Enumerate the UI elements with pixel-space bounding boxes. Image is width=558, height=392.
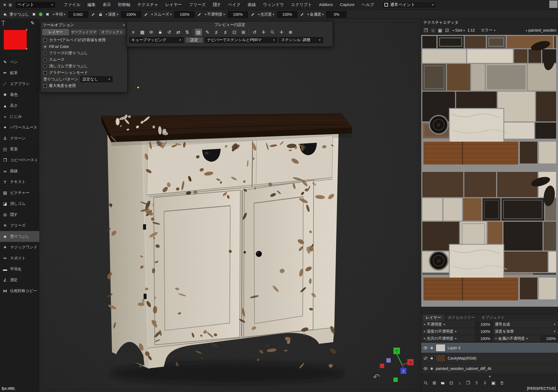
texture-name-dropdown[interactable]: ▼ painted_wooden: [525, 28, 556, 32]
param-spinner-金属度[interactable]: ◀金属度▶: [307, 12, 324, 17]
tool-鉛筆[interactable]: ✏鉛筆: [0, 68, 39, 78]
stencil-paint-icon[interactable]: ▨: [195, 29, 202, 36]
radio-icon[interactable]: [43, 45, 47, 48]
tool-平坦化[interactable]: ▬平坦化: [0, 264, 39, 275]
menu-item-レイヤー[interactable]: レイヤー: [162, 1, 186, 9]
menu-item-フリーズ[interactable]: フリーズ: [186, 1, 209, 9]
menu-item-テクスチャ[interactable]: テクスチャ: [134, 1, 162, 9]
save-box-icon[interactable]: ⊡: [231, 29, 238, 36]
duplicate-layer-icon[interactable]: ❐: [465, 380, 471, 386]
clear-button[interactable]: ✖: [45, 12, 50, 17]
option-カラー(アルベド)の許容値を使用[interactable]: カラー(アルベド)の許容値を使用: [41, 37, 127, 43]
opacity-value[interactable]: 100%: [475, 321, 493, 328]
close-icon[interactable]: ×: [123, 23, 125, 27]
swap-vertical-icon[interactable]: ⇅: [184, 29, 191, 36]
layer-row[interactable]: Layer 4: [421, 343, 558, 353]
move-view-icon[interactable]: ✛: [278, 29, 285, 36]
tool-にじみ[interactable]: ≈にじみ: [0, 111, 39, 122]
menu-item-表示[interactable]: 表示: [99, 1, 114, 9]
option-グラデーションモード[interactable]: グラデーションモード: [41, 69, 127, 76]
tool-マジックワンド[interactable]: ✶マジックワンド: [0, 242, 39, 253]
stencil-weave2-icon[interactable]: ♯: [222, 29, 229, 36]
param-value-深度[interactable]: 100%: [121, 11, 141, 18]
option-Fill w/ Color[interactable]: Fill w/ Color: [41, 43, 127, 50]
nodes-icon[interactable]: ⊡: [448, 380, 454, 386]
blend-mode-dropdown[interactable]: 通常合成▼: [493, 321, 558, 328]
new-layer-icon[interactable]: ⊞: [431, 380, 437, 386]
tool-着色[interactable]: ❖着色: [0, 89, 39, 100]
menu-item-編集[interactable]: 編集: [84, 1, 99, 9]
layer-name[interactable]: Layer 4: [448, 346, 460, 350]
import-layer-icon[interactable]: ↓: [457, 380, 463, 386]
param-spinner-深度[interactable]: ◀深度▶: [105, 12, 119, 17]
checkbox-icon[interactable]: [43, 38, 47, 42]
tool-測定[interactable]: ∠測定: [0, 275, 39, 285]
menu-item-ウィンドウ[interactable]: ウィンドウ: [259, 1, 287, 9]
tool-変形[interactable]: ◳変形: [0, 144, 39, 155]
param-spinner-光沢度[interactable]: ◀光沢度▶: [258, 12, 275, 17]
layers-tab-オブジェクト[interactable]: オブジェクト: [479, 314, 508, 321]
checker-icon[interactable]: ☑: [444, 27, 450, 33]
tool-パワースムース[interactable]: ✦パワースムース: [0, 122, 39, 133]
tool-エアブラシ[interactable]: ☄エアブラシ: [0, 78, 39, 89]
tab-レイヤー[interactable]: レイヤー: [42, 29, 69, 36]
menu-item-隠す[interactable]: 隠す: [209, 1, 225, 9]
lock-icon[interactable]: [98, 12, 103, 17]
stencil-weave-icon[interactable]: ♯: [213, 29, 220, 36]
layers-tab-レイヤー[interactable]: レイヤー: [423, 314, 444, 321]
layer-expand-caret[interactable]: ▼: [421, 375, 558, 378]
menu-item-曲線[interactable]: 曲線: [244, 1, 259, 9]
pencil-icon[interactable]: [91, 12, 96, 17]
active-color-dot[interactable]: [39, 13, 43, 16]
rotate-icon[interactable]: ↺: [166, 29, 173, 36]
delete-layer-icon[interactable]: [499, 380, 505, 386]
merge-layer-icon[interactable]: ▣: [490, 380, 496, 386]
size-spinner[interactable]: ◀Size▶: [452, 28, 465, 32]
eye-off-icon[interactable]: [423, 356, 428, 360]
load-box-icon[interactable]: ⊞: [240, 29, 247, 36]
layer-folder-icon[interactable]: [440, 380, 446, 386]
layer-thumbnail[interactable]: [436, 354, 445, 362]
metal-opacity-value[interactable]: 100%: [541, 335, 558, 342]
uv-grid-icon[interactable]: ▦: [437, 27, 443, 33]
param-value-半径[interactable]: 0.042: [68, 11, 88, 18]
layer-row[interactable]: painted_wooden_cabinet_diff_4k: [421, 363, 558, 374]
eye-icon[interactable]: [423, 366, 428, 371]
tab-サーフェイスマテ[interactable]: サーフェイスマテ: [70, 29, 98, 36]
axis-gizmo[interactable]: Y X Z: [377, 342, 421, 388]
tool-消しゴム[interactable]: ◪消しゴム: [0, 198, 39, 209]
zoom-layers-icon[interactable]: [423, 380, 429, 386]
lock-icon[interactable]: [430, 367, 433, 370]
eye-icon[interactable]: [423, 346, 428, 350]
option-消しゴムで塗りつぶし[interactable]: 消しゴムで塗りつぶし: [41, 63, 127, 69]
tool-フリーズ[interactable]: ✳フリーズ: [0, 220, 39, 231]
axis-neg-handle[interactable]: [380, 364, 384, 368]
layers-tab-ボクセルツリー[interactable]: ボクセルツリー: [445, 314, 478, 321]
tool-クローン[interactable]: ⚓クローン: [0, 133, 39, 144]
pencil-icon[interactable]: [197, 12, 202, 17]
tool-位相対称コピー[interactable]: ⋈位相対称コピー: [0, 285, 39, 296]
option-最大角度を使用[interactable]: 最大角度を使用: [41, 83, 127, 89]
axis-neg-handle[interactable]: [393, 378, 398, 382]
pan-move-icon[interactable]: ✛: [260, 29, 267, 36]
layer-name[interactable]: painted_wooden_cabinet_diff_4k: [436, 366, 491, 371]
mapping-dropdown[interactable]: キューブマッピング ▼: [129, 37, 184, 43]
settings-button[interactable]: 設定: [185, 37, 203, 43]
tool-テキスト[interactable]: Tテキスト: [0, 177, 39, 187]
paint-mode-dropdown[interactable]: ペイント ▼: [15, 1, 56, 8]
tool-スポイト[interactable]: ✑スポイト: [0, 253, 39, 264]
close-circle-icon[interactable]: ⊗: [287, 29, 294, 36]
param-spinner-不透明度[interactable]: ◀不透明度▶: [204, 12, 225, 17]
close-icon[interactable]: ✕: [2, 2, 7, 7]
option-フリーズの塗りつぶし[interactable]: フリーズの塗りつぶし: [41, 50, 127, 56]
pencil-icon[interactable]: [144, 12, 148, 17]
menu-item-Addons[interactable]: Addons: [316, 1, 336, 9]
checkbox-icon[interactable]: [43, 84, 47, 88]
depth-opacity-spinner[interactable]: ◀深度の不透明度▶: [421, 328, 475, 335]
tab-オブジェクト[interactable]: オブジェクト: [98, 29, 126, 36]
axis-neg-handle[interactable]: [386, 358, 391, 363]
lock-icon[interactable]: [157, 29, 164, 36]
color-swatch[interactable]: [4, 30, 27, 50]
layer-name[interactable]: CavityMap(RGB): [448, 356, 477, 360]
tool-ペン[interactable]: ✎ペン: [0, 57, 39, 68]
